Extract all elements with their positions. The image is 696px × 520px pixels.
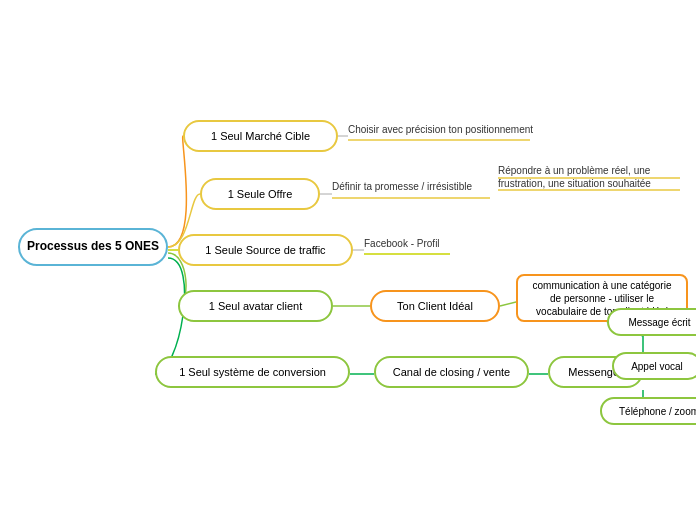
n4-node: 1 Seul avatar client <box>178 290 333 322</box>
n5b1-label: Message écrit <box>628 316 690 329</box>
n4a-node: Ton Client Idéal <box>370 290 500 322</box>
label-n2: Définir ta promesse / irrésistible <box>332 181 472 192</box>
n5b3-label: Téléphone / zoom <box>619 405 696 418</box>
n3-node: 1 Seule Source de traffic <box>178 234 353 266</box>
n5b3-node: Téléphone / zoom <box>600 397 696 425</box>
n5-label: 1 Seul système de conversion <box>179 365 326 379</box>
n4-label: 1 Seul avatar client <box>209 299 303 313</box>
n5a-label: Canal de closing / vente <box>393 365 510 379</box>
n4a-label: Ton Client Idéal <box>397 299 473 313</box>
n5-node: 1 Seul système de conversion <box>155 356 350 388</box>
n3-label: 1 Seule Source de traffic <box>205 243 325 257</box>
n5b2-label: Appel vocal <box>631 360 683 373</box>
label-n3: Facebook - Profil <box>364 238 440 249</box>
label-n2b: Répondre à un problème réel, une frustra… <box>498 164 683 190</box>
n2-label: 1 Seule Offre <box>228 187 293 201</box>
n5b2-node: Appel vocal <box>612 352 696 380</box>
n2-node: 1 Seule Offre <box>200 178 320 210</box>
n5b1-node: Message écrit <box>607 308 696 336</box>
label-n1: Choisir avec précision ton positionnemen… <box>348 124 533 135</box>
n5a-node: Canal de closing / vente <box>374 356 529 388</box>
main-node-label: Processus des 5 ONES <box>27 239 159 255</box>
n1-label: 1 Seul Marché Cible <box>211 129 310 143</box>
n1-node: 1 Seul Marché Cible <box>183 120 338 152</box>
main-node: Processus des 5 ONES <box>18 228 168 266</box>
